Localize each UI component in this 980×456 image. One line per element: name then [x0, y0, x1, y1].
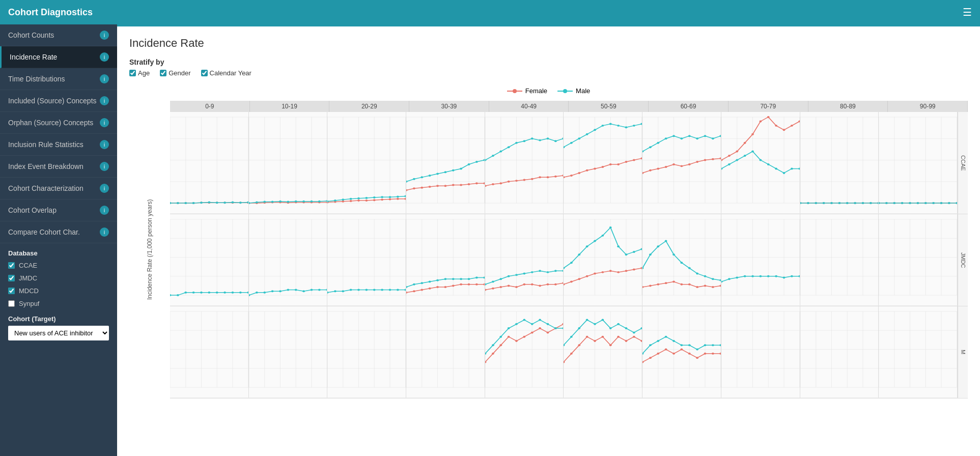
sidebar-item-inclusion-rule-statistics[interactable]: Inclusion Rule Statistics i	[0, 134, 117, 156]
sidebar-item-included-source-concepts[interactable]: Included (Source) Concepts i	[0, 90, 117, 112]
sidebar-item-label: Cohort Counts	[8, 31, 54, 39]
svg-point-440	[468, 278, 470, 280]
db-checkbox-jmdc[interactable]	[8, 275, 15, 281]
info-icon[interactable]: i	[100, 140, 109, 149]
svg-point-228	[649, 146, 652, 148]
svg-point-541	[696, 272, 698, 274]
svg-point-670	[539, 319, 541, 321]
svg-point-493	[594, 272, 597, 274]
svg-point-732	[649, 344, 652, 346]
panel-cell-jmdc-80-89	[800, 214, 879, 306]
chart-panels-grid: 0-910-1920-2930-3940-4950-5960-6970-7980…	[170, 101, 968, 398]
svg-point-471	[523, 272, 525, 274]
svg-point-441	[475, 277, 478, 279]
svg-point-560	[744, 275, 746, 277]
svg-point-117	[429, 186, 431, 188]
db-check-synpuf[interactable]: Synpuf	[0, 297, 117, 310]
db-rows: CCAEJMDCM	[170, 112, 968, 398]
info-icon[interactable]: i	[100, 74, 109, 83]
sidebar-item-cohort-characterization[interactable]: Cohort Characterization i	[0, 178, 117, 200]
svg-rect-604	[249, 306, 327, 397]
stratify-gender[interactable]: Gender	[160, 69, 190, 77]
stratify-age[interactable]: Age	[129, 69, 150, 77]
svg-point-688	[578, 344, 581, 346]
svg-point-97	[373, 196, 376, 198]
panel-cell-m-10-19	[249, 306, 328, 398]
svg-point-536	[657, 245, 660, 247]
svg-point-357	[208, 292, 210, 294]
db-check-ccae[interactable]: CCAE	[0, 259, 117, 272]
svg-point-381	[295, 289, 297, 291]
db-checkbox-synpuf[interactable]	[8, 300, 15, 307]
svg-point-458	[508, 285, 510, 287]
panel-cell-jmdc-50-59	[564, 214, 642, 306]
svg-point-118	[436, 185, 439, 187]
svg-point-462	[539, 285, 541, 287]
svg-point-378	[271, 290, 273, 292]
db-check-mdcd[interactable]: MDCD	[0, 284, 117, 297]
info-icon[interactable]: i	[100, 227, 109, 237]
svg-point-509	[633, 251, 635, 253]
sidebar-item-compare-cohort-char.[interactable]: Compare Cohort Char. i	[0, 221, 117, 243]
cohort-select[interactable]: New users of ACE inhibitor	[8, 326, 109, 340]
svg-point-559	[736, 277, 738, 279]
stratify-calendar-year[interactable]: Calendar Year	[201, 69, 251, 77]
sidebar-item-cohort-counts[interactable]: Cohort Counts i	[0, 24, 117, 46]
svg-point-30	[223, 202, 226, 204]
panel-cell-ccae-40-49	[485, 112, 564, 214]
hamburger-icon[interactable]: ☰	[963, 6, 972, 18]
svg-point-29	[216, 202, 218, 204]
svg-rect-568	[800, 214, 879, 305]
info-icon[interactable]: i	[100, 96, 109, 105]
svg-point-497	[625, 270, 628, 272]
sidebar-item-time-distributions[interactable]: Time Distributions i	[0, 68, 117, 90]
info-icon[interactable]: i	[100, 162, 109, 171]
svg-point-128	[429, 175, 431, 177]
svg-point-191	[633, 159, 635, 161]
svg-point-406	[389, 289, 391, 291]
svg-rect-409	[406, 214, 485, 305]
svg-point-540	[688, 267, 691, 269]
panel-cell-m-70-79	[721, 306, 800, 398]
sidebar-item-orphan-source-concepts[interactable]: Orphan (Source) Concepts i	[0, 112, 117, 134]
svg-point-259	[791, 125, 793, 127]
sidebar-item-cohort-overlap[interactable]: Cohort Overlap i	[0, 200, 117, 221]
info-icon[interactable]: i	[100, 31, 109, 40]
main-content: Incidence Rate Stratify by Age Gender Ca…	[117, 24, 980, 456]
panel-cell-m-40-49	[485, 306, 564, 398]
info-icon[interactable]: i	[100, 52, 109, 62]
svg-rect-443	[485, 214, 564, 305]
info-icon[interactable]: i	[100, 118, 109, 127]
svg-point-535	[649, 253, 652, 255]
svg-point-654	[499, 344, 502, 346]
db-check-jmdc[interactable]: JMDC	[0, 272, 117, 284]
svg-rect-204	[642, 112, 721, 213]
db-checkbox-ccae[interactable]	[8, 262, 15, 269]
svg-point-727	[696, 357, 698, 359]
info-icon[interactable]: i	[100, 206, 109, 215]
svg-point-58	[256, 201, 258, 203]
svg-point-706	[633, 331, 635, 333]
svg-point-491	[578, 278, 581, 280]
svg-point-162	[508, 146, 510, 148]
sidebar-item-incidence-rate[interactable]: Incidence Rate i	[0, 46, 117, 68]
svg-point-85	[366, 200, 368, 202]
svg-point-268	[775, 167, 777, 169]
svg-point-400	[342, 290, 345, 292]
panel-cell-jmdc-60-69	[642, 214, 721, 306]
svg-rect-363	[249, 214, 327, 305]
svg-point-132	[460, 167, 462, 169]
svg-point-65	[310, 201, 313, 203]
svg-rect-616	[327, 306, 406, 397]
svg-point-704	[618, 323, 620, 325]
svg-point-296	[807, 202, 809, 204]
info-icon[interactable]: i	[100, 184, 109, 193]
app-title: Cohort Diagnostics	[8, 7, 959, 18]
panel-cell-m-50-59	[564, 306, 642, 398]
db-checkbox-mdcd[interactable]	[8, 288, 15, 294]
age-header-30-39: 30-39	[409, 101, 489, 112]
svg-point-726	[688, 353, 691, 355]
svg-point-657	[523, 336, 525, 338]
sidebar-item-index-event-breakdown[interactable]: Index Event Breakdown i	[0, 156, 117, 178]
svg-point-383	[310, 289, 313, 291]
